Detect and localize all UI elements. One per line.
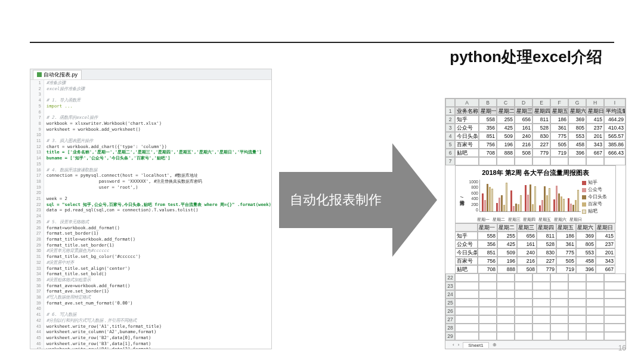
code-tabbar: 自动化报表.py <box>30 69 271 80</box>
excel-window: ABCDEFGHI1业务名称星期一星期二星期三星期四星期五星期六星期日平均流量 … <box>445 98 626 349</box>
legend-item: 知乎 <box>582 180 613 186</box>
code-tab-label: 自动化报表.py <box>44 71 78 79</box>
bar <box>487 184 488 211</box>
bar <box>532 204 534 211</box>
bar <box>556 186 558 211</box>
bar <box>561 196 562 211</box>
table-row[interactable]: 6贴吧708888508779719396667666.43 <box>445 149 626 157</box>
bar <box>506 183 507 211</box>
sheet-nav-icon[interactable]: ‹ <box>453 342 454 347</box>
sheet-nav-icon[interactable]: › <box>458 342 460 347</box>
bar <box>503 205 505 211</box>
bar <box>577 190 579 211</box>
bar <box>489 187 491 211</box>
table-row[interactable]: 5百家号756196216227505458343385.86 <box>445 140 626 149</box>
bar <box>570 204 572 211</box>
chart-legend: 知乎公众号今日头条百家号贴吧 <box>582 180 613 214</box>
chart-title: 2018年 第2周 各大平台流量周报图表 <box>456 166 615 179</box>
bar <box>501 195 503 211</box>
bar <box>499 198 500 211</box>
arrow-label: 自动化报表制作 <box>279 172 392 228</box>
bar <box>575 200 577 211</box>
table-row: 公众号356425161528361805237 <box>455 240 616 248</box>
code-editor: 自动化报表.py 1234567891011121314151617181920… <box>30 69 272 349</box>
bar <box>513 206 515 211</box>
bar <box>530 184 531 211</box>
bar <box>549 188 550 211</box>
table-row[interactable]: 2知乎558255656811186369415464.29 <box>445 115 626 124</box>
table-row: 今日头条851509240830775553201 <box>455 248 616 257</box>
bar <box>534 186 536 211</box>
bar-group <box>568 190 579 211</box>
bar-group <box>553 186 565 211</box>
embedded-chart[interactable]: 2018年 第2周 各大平台流量周报图表 阅读量/万 1000800600400… <box>455 165 616 223</box>
bar <box>527 195 529 212</box>
bar <box>525 185 527 211</box>
column-letters: ABCDEFGHI <box>445 99 626 107</box>
bar <box>510 190 512 211</box>
bar <box>553 199 555 211</box>
chart-yticks: 10008006004002000 <box>465 180 478 212</box>
table-header: 1业务名称星期一星期二星期三星期四星期五星期六星期日平均流量 <box>445 107 626 115</box>
code-gutter: 1234567891011121314151617181920212223242… <box>30 80 44 349</box>
flow-arrow: 自动化报表制作 <box>279 143 437 257</box>
bar <box>482 193 484 211</box>
add-sheet-icon[interactable]: ⊕ <box>493 342 497 347</box>
legend-item: 百家号 <box>582 201 613 207</box>
page-number: 16 <box>618 344 626 352</box>
bar <box>541 200 543 211</box>
chart-bars <box>479 180 581 212</box>
arrow-head-icon <box>392 143 437 257</box>
bar <box>484 200 486 211</box>
legend-item: 公众号 <box>582 187 613 193</box>
bar <box>544 186 546 211</box>
slide-title: python处理excel介绍 <box>445 47 602 67</box>
table-row: 贴吧708888508779719396667 <box>455 265 616 273</box>
python-file-icon <box>37 72 42 77</box>
bar-group <box>525 184 536 211</box>
table-row: 知乎558255656811186369415 <box>455 232 616 240</box>
chart-xlabels: 星期一星期二星期三星期四星期五星期六星期日 <box>456 217 615 223</box>
table-row[interactable]: 3公众号356425161528361805237410.43 <box>445 124 626 132</box>
bar <box>572 205 574 211</box>
table-row[interactable]: 4今日头条851509240830775553201565.57 <box>445 132 626 140</box>
title-rule <box>30 42 614 43</box>
chart-data-table: 星期一星期二星期三星期四星期五星期六星期日知乎55825565681118636… <box>455 223 616 273</box>
bar-group <box>510 190 522 211</box>
bar <box>515 204 517 211</box>
bar <box>491 189 493 211</box>
legend-item: 贴吧 <box>582 208 613 214</box>
legend-item: 今日头条 <box>582 194 613 200</box>
chart-ylabel: 阅读量/万 <box>458 180 464 214</box>
bar <box>563 199 565 211</box>
bar <box>496 203 498 211</box>
bar <box>546 195 548 211</box>
bar-group <box>496 183 507 211</box>
bar-group <box>482 184 493 211</box>
table-row: 百家号756196216227505458343 <box>455 257 616 265</box>
bar <box>518 204 519 211</box>
code-lines[interactable]: #准备步骤excel操作准备步骤 # 1. 导入函数库import ... # … <box>44 80 271 349</box>
bar-group <box>539 186 550 211</box>
bar <box>568 198 569 211</box>
sheet-tab[interactable]: Sheet1 <box>463 342 488 348</box>
sheet-tab-bar: ‹ › Sheet1 ⊕ <box>445 340 626 349</box>
bar <box>520 195 522 211</box>
bar <box>558 193 560 211</box>
code-tab[interactable]: 自动化报表.py <box>33 70 82 79</box>
bar <box>539 205 541 211</box>
